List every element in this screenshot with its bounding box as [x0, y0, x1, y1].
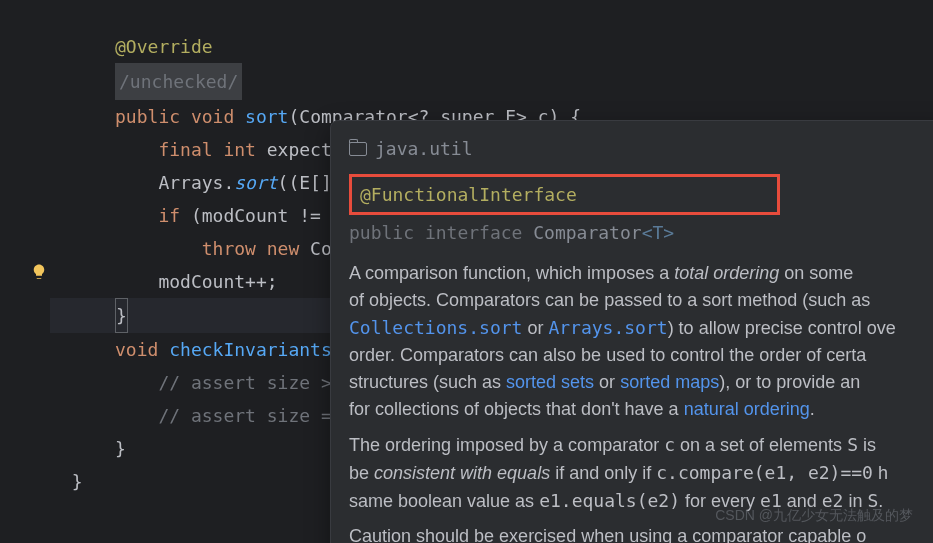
lightbulb-icon[interactable] — [30, 263, 48, 281]
kw-public: public — [115, 100, 180, 133]
functional-interface-annotation: @FunctionalInterface — [360, 184, 577, 205]
type-declaration: public interface Comparator<T> — [349, 219, 931, 246]
link-sorted-maps[interactable]: sorted maps — [620, 372, 719, 392]
kw-throw: throw — [202, 232, 256, 265]
annotation-override: @Override — [115, 30, 213, 63]
kw-if: if — [158, 199, 180, 232]
watermark: CSDN @九亿少女无法触及的梦 — [715, 507, 913, 525]
comment-assert1: // assert size >= — [158, 366, 353, 399]
arrays-class: Arrays — [158, 166, 223, 199]
method-sort: sort — [245, 100, 288, 133]
method-checkinvariants: checkInvariants() — [169, 333, 353, 366]
link-natural-ordering[interactable]: natural ordering — [684, 399, 810, 419]
package-name: java.util — [375, 135, 473, 162]
unchecked-comment: /unchecked/ — [115, 63, 242, 100]
highlight-box: @FunctionalInterface — [349, 174, 780, 215]
javadoc-tooltip[interactable]: java.util @FunctionalInterface public in… — [330, 120, 933, 543]
comment-assert2: // assert size == — [158, 399, 353, 432]
kw-void: void — [191, 100, 234, 133]
tooltip-body: A comparison function, which imposes a t… — [349, 260, 931, 543]
closing-brace: } — [115, 298, 128, 333]
link-collections-sort[interactable]: Collections.sort — [349, 317, 522, 338]
link-sorted-sets[interactable]: sorted sets — [506, 372, 594, 392]
link-arrays-sort[interactable]: Arrays.sort — [548, 317, 667, 338]
folder-icon — [349, 142, 367, 156]
tooltip-header: java.util — [349, 135, 931, 162]
modcount-increment: modCount++; — [158, 265, 277, 298]
kw-final: final — [158, 133, 212, 166]
